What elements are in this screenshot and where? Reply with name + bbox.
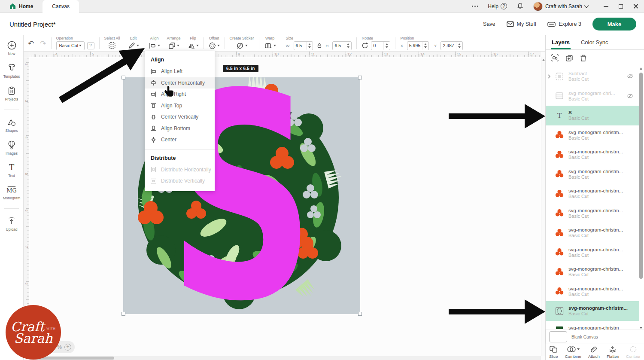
menu-item-align-bottom[interactable]: Align Bottom [145, 123, 215, 134]
blank-canvas-swatch[interactable] [549, 331, 567, 342]
layer-row[interactable]: T svg-monogram-christm... Basic Cut [546, 204, 639, 223]
window-maximize-icon[interactable] [619, 4, 623, 9]
window-minimize-icon[interactable] [604, 6, 608, 7]
combine-button[interactable]: Combine [565, 345, 581, 359]
flatten-button[interactable]: Flatten [607, 345, 619, 359]
scrollbar-thumb[interactable] [639, 73, 643, 279]
sidebar-item-shapes[interactable]: Shapes [6, 118, 18, 133]
layer-row[interactable]: T svg-monogram-christm... Basic Cut [546, 223, 639, 243]
x-stepper[interactable]: 5.995 [407, 41, 429, 50]
scroll-down-arrow-icon[interactable] [640, 327, 642, 329]
arrange-button[interactable] [168, 42, 179, 49]
select-all-button[interactable] [108, 42, 116, 49]
layer-row[interactable]: T Subtract Basic Cut [546, 67, 639, 86]
window-close-icon[interactable] [633, 4, 638, 9]
sidebar-item-new[interactable]: New [7, 40, 17, 56]
rotate-stepper-arrows[interactable] [383, 42, 390, 50]
sidebar-item-templates[interactable]: Templates [3, 63, 20, 79]
menu-item-distribute-vertically[interactable]: Distribute Vertically [145, 175, 215, 187]
layer-thumbnail-icon: T [554, 91, 565, 101]
expand-chevron-icon[interactable] [547, 74, 553, 79]
layers-scrollbar[interactable] [639, 67, 643, 330]
menu-item-align-top[interactable]: Align Top [145, 100, 215, 112]
selection-handle-bottom-left[interactable] [122, 312, 125, 316]
redo-button[interactable]: ↷ [40, 39, 46, 48]
height-stepper[interactable]: 6.5 [332, 41, 352, 50]
height-stepper-arrows[interactable] [345, 42, 351, 50]
flip-button[interactable] [188, 43, 199, 49]
rotate-stepper[interactable]: 0 [371, 41, 390, 50]
tab-canvas[interactable]: Canvas [43, 0, 79, 13]
group-select-icon[interactable] [551, 54, 559, 62]
scroll-up-arrow-icon[interactable] [542, 59, 545, 61]
menu-item-center-vertically[interactable]: Center Vertically [145, 111, 215, 123]
sidebar-item-upload[interactable]: Upload [6, 217, 18, 232]
menu-item-center[interactable]: Center [145, 134, 215, 146]
rotate-label: Rotate [361, 36, 373, 41]
account-menu[interactable]: Craft with Sarah [533, 2, 588, 11]
flip-label: Flip [190, 36, 196, 41]
help-button[interactable]: Help ? [488, 3, 507, 9]
rotate-icon[interactable] [361, 42, 368, 49]
operation-select[interactable]: Basic Cut [56, 41, 85, 50]
y-stepper-arrows[interactable] [456, 42, 462, 50]
undo-button[interactable]: ↶ [28, 39, 34, 48]
tab-layers[interactable]: Layers [552, 39, 570, 49]
tab-color-sync[interactable]: Color Sync [581, 39, 608, 49]
selection-handle-top-right[interactable] [358, 76, 362, 79]
layer-row[interactable]: T S Basic Cut [546, 106, 639, 125]
menu-item-align-left[interactable]: Align Left [145, 66, 215, 77]
tab-home[interactable]: Home [0, 0, 43, 13]
make-button[interactable]: Make [592, 18, 636, 31]
align-button[interactable] [149, 43, 160, 49]
create-sticker-button[interactable] [236, 42, 248, 49]
canvas-area[interactable]: 4567891011121314151617 2345678 [24, 52, 545, 360]
slice-button[interactable]: Slice [549, 345, 558, 359]
blank-canvas-row[interactable]: Blank Canvas [546, 330, 644, 344]
contour-button[interactable]: Contour [626, 345, 641, 359]
attach-button[interactable]: Attach [588, 345, 600, 359]
explore-machine-button[interactable]: Explore 3 [547, 21, 581, 27]
width-stepper-arrows[interactable] [306, 42, 313, 50]
layer-row[interactable]: T svg-monogram-christm Basic Cut [546, 321, 639, 330]
sidebar-item-monogram[interactable]: MG Monogram [3, 185, 21, 200]
size-lock-icon[interactable] [316, 43, 322, 49]
visibility-off-icon[interactable] [627, 73, 637, 79]
save-button[interactable]: Save [483, 21, 495, 27]
menu-item-align-right[interactable]: Align Right [145, 88, 215, 100]
overflow-menu-icon[interactable] [472, 6, 478, 7]
layer-row[interactable]: T svg-monogram-christm... Basic Cut [546, 243, 639, 262]
menu-item-distribute-horizontally[interactable]: Distribute Horizontally [145, 164, 215, 176]
selection-handle-bottom-right[interactable] [358, 312, 362, 316]
layer-row[interactable]: T svg-monogram-christm... Basic Cut [546, 145, 639, 165]
layer-row[interactable]: T svg-monogram-christm... Basic Cut [546, 184, 639, 204]
layer-row[interactable]: T svg-monogram-christm... Basic Cut [546, 262, 639, 282]
layer-row[interactable]: T svg-monogram-christm... Basic Cut [546, 125, 639, 145]
sidebar-item-text[interactable]: T Text [7, 163, 16, 178]
notifications-bell-icon[interactable] [516, 3, 524, 10]
delete-trash-icon[interactable] [580, 54, 587, 62]
y-stepper[interactable]: 2.487 [440, 41, 462, 50]
canvas-horizontal-scrollbar[interactable] [29, 356, 541, 360]
width-stepper[interactable]: 6.5 [294, 41, 313, 50]
warp-button[interactable] [264, 43, 276, 49]
canvas-vertical-scrollbar[interactable] [541, 57, 545, 356]
x-stepper-arrows[interactable] [422, 42, 428, 50]
layer-row[interactable]: T svg-monogram-christm... Basic Cut [546, 282, 639, 302]
sidebar-item-projects[interactable]: Projects [5, 86, 18, 101]
layer-row[interactable]: T svg-monogram-chri... Basic Cut [546, 86, 639, 106]
selection-handle-top-left[interactable] [122, 76, 125, 79]
layer-row[interactable]: T svg-monogram-christm... Basic Cut [546, 165, 639, 184]
zoom-in-button[interactable]: + [64, 344, 71, 351]
menu-item-center-horizontally[interactable]: Center Horizontally [145, 77, 215, 89]
duplicate-icon[interactable] [565, 54, 573, 62]
my-stuff-button[interactable]: My Stuff [507, 21, 537, 27]
layer-row[interactable]: T svg-monogram-christm... Basic Cut [546, 301, 639, 321]
layer-thumbnail-icon: T [554, 169, 565, 179]
visibility-off-icon[interactable] [627, 93, 637, 99]
operation-help-button[interactable]: ? [87, 42, 94, 49]
sidebar-item-images[interactable]: Images [6, 140, 18, 156]
edit-button[interactable] [128, 42, 139, 49]
offset-button[interactable] [209, 42, 220, 49]
scroll-up-arrow-icon[interactable] [640, 67, 642, 70]
